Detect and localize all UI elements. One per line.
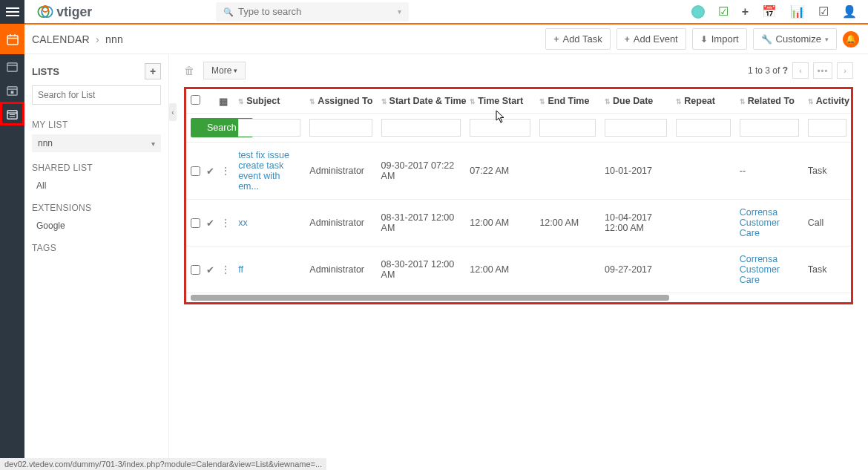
row-menu-icon[interactable]: ⋮ (220, 165, 231, 177)
filter-related[interactable] (740, 119, 799, 137)
filter-subject[interactable] (238, 119, 300, 137)
filter-activity[interactable] (808, 119, 846, 137)
cell-end_time (535, 247, 600, 293)
search-dropdown-icon[interactable] (398, 7, 401, 16)
more-button[interactable]: More (203, 62, 246, 79)
user-icon[interactable] (842, 4, 857, 19)
cell-related-to[interactable]: Corrensa Customer Care (735, 200, 803, 247)
filter-assigned[interactable] (309, 119, 372, 137)
cell-assigned_to: Administrator (305, 200, 376, 247)
customize-button[interactable]: 🔧Customize (753, 28, 837, 50)
cell-start_datetime: 09-30-2017 07:22 AM (377, 143, 466, 200)
breadcrumb-module[interactable]: CALENDAR (32, 33, 90, 45)
pager-text: 1 to 3 of ? (748, 65, 788, 76)
quick-add-icon[interactable] (742, 5, 749, 19)
content-area: More 1 to 3 of ? ••• (169, 54, 868, 470)
mark-complete-icon[interactable]: ✔ (206, 166, 214, 177)
chevron-down-icon (151, 140, 155, 148)
topbar-right: ☑ (691, 4, 857, 19)
plus-icon (553, 34, 559, 45)
cell-assigned_to: Administrator (305, 247, 376, 293)
pager-prev[interactable] (792, 62, 809, 79)
grid-icon[interactable] (219, 97, 228, 107)
horizontal-scrollbar[interactable] (191, 295, 669, 301)
mylist-label: MY LIST (32, 120, 161, 130)
global-search-input[interactable] (238, 6, 398, 17)
subject-link[interactable]: xx (238, 218, 248, 228)
global-search[interactable] (216, 2, 409, 22)
brand-logo[interactable]: vtiger (30, 3, 119, 21)
cell-repeat (671, 200, 735, 247)
notification-badge[interactable] (843, 31, 859, 48)
subject-link[interactable]: test fix issue create task event with em… (238, 150, 289, 192)
svg-rect-8 (7, 62, 17, 71)
row-checkbox[interactable] (191, 166, 200, 176)
table-row: ✔⋮ffAdministrator08-30-2017 12:00 AM12:0… (186, 247, 851, 293)
sidebar-collapse-handle[interactable]: ‹ (169, 103, 177, 121)
row-menu-icon[interactable]: ⋮ (220, 264, 231, 275)
cell-related-to[interactable]: Corrensa Customer Care (735, 247, 803, 293)
module-icon[interactable] (0, 25, 24, 54)
subheader: CALENDAR › nnn Add Task Add Event Import… (0, 25, 868, 54)
rail-item-2[interactable] (0, 78, 24, 102)
cell-activity: Task (803, 143, 851, 200)
table-row: ✔⋮test fix issue create task event with … (186, 143, 851, 200)
cell-related-to: -- (735, 143, 803, 200)
select-all-checkbox[interactable] (191, 95, 200, 105)
reports-icon[interactable] (790, 4, 805, 19)
app-icon[interactable] (691, 5, 705, 19)
add-task-button[interactable]: Add Task (545, 28, 610, 50)
row-checkbox[interactable] (191, 265, 200, 275)
import-button[interactable]: Import (692, 28, 747, 50)
lists-header: LISTS (32, 66, 59, 77)
rail-item-1[interactable] (0, 54, 24, 78)
cell-repeat (671, 247, 735, 293)
cell-end_time: 12:00 AM (535, 200, 600, 247)
wrench-icon: 🔧 (761, 34, 772, 45)
topbar: vtiger ☑ (0, 0, 868, 25)
filter-repeat[interactable] (676, 119, 731, 137)
calendar-icon[interactable] (762, 4, 777, 19)
mylist-dropdown[interactable]: nnn (32, 134, 161, 152)
svg-rect-4 (7, 36, 18, 45)
left-icon-rail (0, 54, 24, 470)
pager-jump[interactable]: ••• (813, 62, 832, 79)
cell-start_datetime: 08-31-2017 12:00 AM (377, 200, 466, 247)
cell-assigned_to: Administrator (305, 143, 376, 200)
cell-time_start: 12:00 AM (465, 200, 535, 247)
delete-icon[interactable] (184, 65, 194, 76)
add-event-button[interactable]: Add Event (617, 28, 686, 50)
shared-list-label: SHARED LIST (32, 163, 161, 173)
filter-start-datetime[interactable] (381, 119, 461, 137)
records-table-wrap: ⇅Subject ⇅Assigned To ⇅Start Date & Time… (184, 87, 853, 304)
cell-due_date: 09-27-2017 (600, 247, 671, 293)
pager-next[interactable] (837, 62, 853, 79)
menu-toggle[interactable] (0, 0, 24, 24)
mark-complete-icon[interactable]: ✔ (206, 218, 214, 229)
plus-icon (625, 34, 630, 45)
row-checkbox[interactable] (191, 218, 200, 228)
mark-complete-icon[interactable]: ✔ (206, 264, 214, 275)
tasks-icon[interactable] (818, 4, 829, 19)
subject-link[interactable]: ff (238, 264, 243, 275)
extension-item[interactable]: Google (32, 218, 161, 234)
extensions-label: EXTENSIONS (32, 203, 161, 213)
cell-time_start: 07:22 AM (465, 143, 535, 200)
cell-due_date: 10-04-2017 12:00 AM (600, 200, 671, 247)
bell-icon (846, 34, 856, 44)
filter-end-time[interactable] (539, 119, 596, 137)
svg-text:vtiger: vtiger (56, 4, 92, 19)
cell-repeat (671, 143, 735, 200)
row-menu-icon[interactable]: ⋮ (220, 217, 231, 229)
filter-time-start[interactable] (470, 119, 530, 137)
svg-rect-12 (11, 91, 14, 94)
calendar-check-icon[interactable]: ☑ (718, 4, 729, 19)
filter-due-date[interactable] (605, 119, 667, 137)
pager: 1 to 3 of ? ••• (748, 62, 853, 79)
tags-label: TAGS (32, 243, 161, 253)
add-list-button[interactable]: + (145, 63, 161, 79)
rail-item-list-view[interactable] (0, 102, 24, 125)
list-search-input[interactable] (32, 85, 161, 105)
shared-list-item[interactable]: All (32, 177, 161, 194)
cell-start_datetime: 08-30-2017 12:00 AM (377, 247, 466, 293)
